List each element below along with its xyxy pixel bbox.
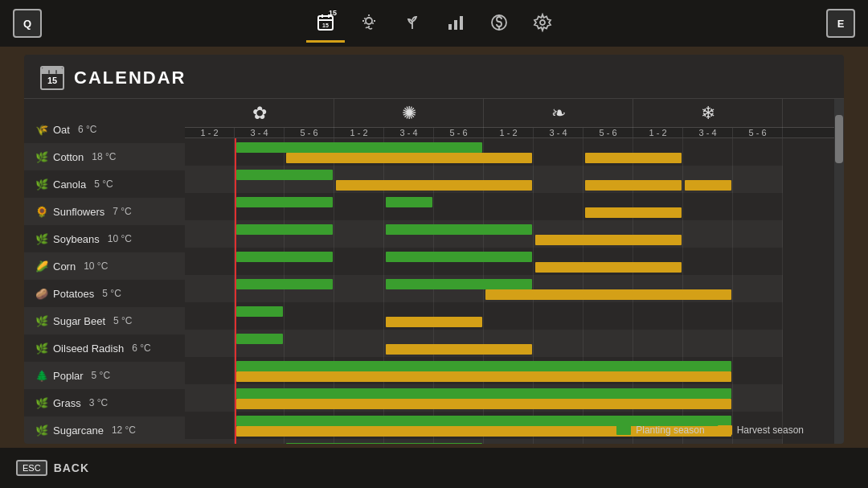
chart-cell-separator xyxy=(733,138,783,166)
chart-cell-separator xyxy=(334,193,384,220)
bottom-bar: ESC BACK xyxy=(0,448,868,488)
crop-rows: 🌾Oat6 °C🌿Cotton18 °C🌿Canola5 °C🌻Sunflowe… xyxy=(24,116,185,444)
harvest-bar xyxy=(535,262,682,273)
month-cell-2: 5 - 6 xyxy=(285,128,334,137)
chart-cell-separator xyxy=(733,220,783,248)
chart-cell-separator xyxy=(583,330,633,357)
chart-cell-separator xyxy=(683,220,733,248)
planting-bar xyxy=(236,170,333,180)
crop-temp: 5 °C xyxy=(113,315,132,326)
crop-row: 🌿Sugar Beet5 °C xyxy=(24,307,185,334)
top-navigation: Q 15 15 xyxy=(0,0,868,47)
planting-bar xyxy=(236,388,731,399)
crop-row: 🌿Sugarcane12 °C xyxy=(24,416,185,444)
chart-cell-separator xyxy=(633,330,683,357)
nav-settings-tab[interactable] xyxy=(523,4,562,43)
chart-crop-row xyxy=(185,357,783,384)
chart-crop-row xyxy=(185,166,783,193)
chart-cell-separator xyxy=(733,193,783,220)
season-summer: ✺ xyxy=(334,99,484,128)
planting-bar xyxy=(236,334,283,344)
planting-bar xyxy=(236,306,283,317)
chart-cell-separator xyxy=(683,138,733,166)
chart-cell-separator xyxy=(534,330,583,357)
nav-economy-tab[interactable] xyxy=(480,4,518,43)
nav-calendar-tab[interactable]: 15 15 xyxy=(306,4,345,43)
harvest-bar xyxy=(386,317,482,327)
season-autumn: ❧ xyxy=(484,99,633,128)
harvest-bar xyxy=(336,180,532,191)
planting-bar xyxy=(236,252,333,262)
nav-stats-tab[interactable] xyxy=(436,4,475,43)
crop-row: 🌿Grass3 °C xyxy=(24,389,185,416)
nav-plant-tab[interactable] xyxy=(393,4,432,43)
current-day-line xyxy=(235,138,236,444)
chart-cell-separator xyxy=(733,330,783,357)
planting-bar xyxy=(236,279,333,289)
chart-cell-separator xyxy=(334,220,384,248)
planting-bar xyxy=(386,279,532,289)
crop-temp: 6 °C xyxy=(78,124,96,135)
crop-temp: 5 °C xyxy=(94,178,113,190)
chart-cell-separator xyxy=(484,439,534,444)
chart-crop-row xyxy=(185,138,783,166)
planting-bar xyxy=(236,361,731,371)
svg-line-11 xyxy=(372,23,373,23)
chart-crop-row xyxy=(185,275,783,302)
scrollbar-thumb[interactable] xyxy=(835,115,843,163)
e-button[interactable]: E xyxy=(826,9,855,38)
month-cell-3: 1 - 2 xyxy=(334,128,384,137)
crop-temp: 5 °C xyxy=(102,288,121,299)
planting-bar xyxy=(386,224,532,235)
month-cell-6: 1 - 2 xyxy=(484,128,534,137)
month-header-row: 1 - 23 - 45 - 61 - 23 - 45 - 61 - 23 - 4… xyxy=(185,128,834,138)
harvest-bar xyxy=(535,235,682,245)
chart-cell-separator xyxy=(235,439,285,444)
month-cell-7: 3 - 4 xyxy=(534,128,583,137)
chart-cell-separator xyxy=(534,439,583,444)
nav-weather-tab[interactable] xyxy=(350,4,388,43)
crop-icon: 🌻 xyxy=(35,206,48,218)
nav-center: 15 15 xyxy=(306,4,562,43)
esc-button[interactable]: ESC xyxy=(16,460,47,476)
crop-icon: 🌿 xyxy=(35,342,48,355)
chart-cell-separator xyxy=(733,275,783,302)
crop-icon: 🌿 xyxy=(35,178,48,191)
crop-column: 🌾Oat6 °C🌿Cotton18 °C🌿Canola5 °C🌻Sunflowe… xyxy=(24,99,185,444)
crop-icon: 🌿 xyxy=(35,315,48,327)
crop-row: 🌿Cotton18 °C xyxy=(24,143,185,170)
crop-row: 🌻Sunflowers7 °C xyxy=(24,198,185,225)
chart-cell-separator xyxy=(683,330,733,357)
chart-cell-separator xyxy=(434,193,484,220)
chart-cell-separator xyxy=(683,439,733,444)
legend-plant-box xyxy=(616,425,631,435)
crop-name: Potatoes xyxy=(53,288,94,300)
chart-rows xyxy=(185,138,834,444)
month-cell-11: 5 - 6 xyxy=(733,128,783,137)
chart-area: ✿✺❧❄ 1 - 23 - 45 - 61 - 23 - 45 - 61 - 2… xyxy=(185,99,834,444)
chart-cell-separator xyxy=(285,330,334,357)
scrollbar-track[interactable] xyxy=(834,99,844,444)
crop-temp: 12 °C xyxy=(112,424,136,436)
chart-cell-separator xyxy=(733,357,783,384)
crop-row: 🌾Oat6 °C xyxy=(24,116,185,143)
chart-cell-separator xyxy=(683,248,733,275)
chart-cell-separator xyxy=(534,193,583,220)
panel-title: CALENDAR xyxy=(74,68,186,88)
crop-temp: 7 °C xyxy=(113,206,131,217)
svg-rect-14 xyxy=(454,20,457,30)
crop-row: 🌲Poplar5 °C xyxy=(24,362,185,389)
chart-cell-separator xyxy=(484,302,534,330)
q-button[interactable]: Q xyxy=(13,9,42,38)
crop-icon: 🌿 xyxy=(35,397,48,409)
crop-name: Soybeans xyxy=(53,233,100,245)
month-cell-1: 3 - 4 xyxy=(235,128,285,137)
crop-name: Oat xyxy=(53,124,70,136)
crop-name: Sugar Beet xyxy=(53,315,105,327)
month-cell-10: 3 - 4 xyxy=(683,128,733,137)
crop-name: Sugarcane xyxy=(53,424,104,437)
chart-cell-separator xyxy=(733,384,783,412)
chart-cell-separator xyxy=(683,193,733,220)
month-cell-8: 5 - 6 xyxy=(583,128,633,137)
planting-bar xyxy=(236,142,482,153)
